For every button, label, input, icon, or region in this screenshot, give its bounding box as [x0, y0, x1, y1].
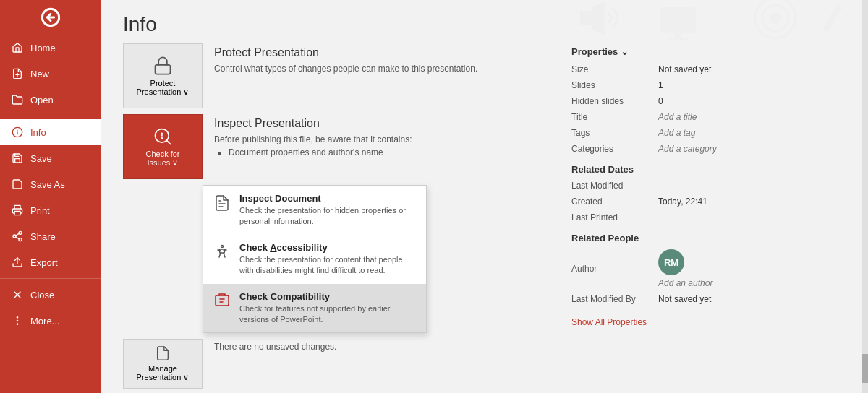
- author-info: RM Add an author: [658, 249, 712, 288]
- accessibility-icon: [213, 243, 231, 261]
- prop-size-value: Not saved yet: [658, 64, 846, 74]
- sidebar-item-home[interactable]: Home: [0, 35, 101, 61]
- svg-rect-27: [156, 64, 171, 74]
- inspect-doc-desc: Check the presentation for hidden proper…: [239, 205, 416, 228]
- protect-card: Protect Presentation ∨ Protect Presentat…: [123, 43, 550, 108]
- export-icon: [12, 256, 23, 268]
- protect-button-label: Protect Presentation ∨: [137, 79, 190, 97]
- scrollbar-thumb[interactable]: [862, 354, 868, 383]
- prop-created-value: Today, 22:41: [658, 196, 846, 207]
- svg-rect-37: [216, 295, 229, 306]
- prop-last-modified-by-label: Last Modified By: [571, 294, 658, 304]
- prop-categories: Categories Add a category: [571, 144, 846, 154]
- sidebar-item-print-label: Print: [30, 205, 50, 216]
- sidebar-item-export-label: Export: [30, 257, 58, 268]
- file-new-icon: [12, 68, 23, 79]
- prop-last-printed-label: Last Printed: [571, 212, 658, 223]
- page-title: Info: [101, 0, 868, 43]
- svg-rect-7: [14, 211, 20, 215]
- svg-point-18: [17, 324, 17, 324]
- prop-created-label: Created: [571, 196, 658, 207]
- manage-presentation-button[interactable]: Manage Presentation ∨: [123, 339, 203, 389]
- prop-size-label: Size: [571, 64, 658, 74]
- main-content: Info Protect Presentation ∨ Protect Pres…: [101, 0, 868, 393]
- share-icon: [12, 230, 23, 242]
- accessibility-title: Check Accessibility: [239, 242, 416, 253]
- sidebar-item-open-label: Open: [30, 95, 54, 105]
- folder-open-icon: [12, 94, 23, 105]
- sidebar-item-save-label: Save: [30, 153, 52, 164]
- manage-card: Manage Presentation ∨ There are no unsav…: [123, 339, 550, 389]
- sidebar-item-share-label: Share: [30, 231, 56, 242]
- check-issues-dropdown: Inspect Document Check the presentation …: [203, 185, 427, 333]
- prop-author-label: Author: [571, 264, 658, 274]
- svg-point-31: [161, 137, 162, 138]
- prop-last-modified: Last Modified: [571, 181, 846, 191]
- prop-size: Size Not saved yet: [571, 64, 846, 74]
- prop-last-modified-by-value: Not saved yet: [658, 294, 846, 304]
- inspect-document-item[interactable]: Inspect Document Check the presentation …: [203, 186, 426, 235]
- sidebar-item-share[interactable]: Share: [0, 223, 101, 249]
- related-dates-title: Related Dates: [571, 164, 846, 175]
- inspect-card-title: Inspect Presentation: [214, 117, 412, 130]
- check-accessibility-item[interactable]: Check Accessibility Check the presentati…: [203, 235, 426, 284]
- prop-author-row: Author RM Add an author: [571, 249, 846, 288]
- lock-icon: [153, 56, 173, 76]
- sidebar-item-print[interactable]: Print: [0, 197, 101, 223]
- related-dates-fields: Last Modified Created Today, 22:41 Last …: [571, 181, 846, 223]
- check-for-issues-button[interactable]: Check for Issues ∨: [123, 114, 203, 179]
- prop-last-printed-value: [658, 212, 846, 223]
- sidebar-item-save-as-label: Save As: [30, 179, 65, 190]
- print-icon: [12, 204, 23, 216]
- sidebar-item-close[interactable]: Close: [0, 282, 101, 308]
- prop-title-label: Title: [571, 112, 658, 122]
- compatibility-title: Check Compatibility: [239, 291, 416, 302]
- back-button[interactable]: [0, 0, 101, 35]
- sidebar-item-export[interactable]: Export: [0, 249, 101, 275]
- protect-presentation-button[interactable]: Protect Presentation ∨: [123, 43, 203, 108]
- prop-tags-value[interactable]: Add a tag: [658, 128, 846, 138]
- prop-title-value[interactable]: Add a title: [658, 112, 846, 122]
- sidebar-item-info[interactable]: Info: [0, 119, 101, 145]
- manage-card-desc: There are no unsaved changes.: [214, 342, 336, 352]
- inspect-card-desc: Before publishing this file, be aware th…: [214, 134, 412, 144]
- sidebar-item-save-as[interactable]: Save As: [0, 171, 101, 197]
- sidebar-item-more[interactable]: More...: [0, 308, 101, 334]
- svg-line-12: [16, 233, 20, 236]
- compatibility-icon: [213, 293, 231, 310]
- manage-icon: [155, 345, 171, 361]
- sidebar-item-new[interactable]: New: [0, 61, 101, 87]
- sidebar-item-save[interactable]: Save: [0, 145, 101, 171]
- prop-categories-value[interactable]: Add a category: [658, 144, 846, 154]
- prop-slides-value: 1: [658, 80, 846, 90]
- inspect-card-content: Inspect Presentation Before publishing t…: [214, 114, 412, 157]
- prop-slides: Slides 1: [571, 80, 846, 90]
- inspect-icon: [153, 126, 173, 147]
- sidebar-item-new-label: New: [30, 69, 49, 79]
- properties-title: Properties ⌄: [571, 46, 629, 57]
- properties-header[interactable]: Properties ⌄: [571, 46, 846, 57]
- home-icon: [12, 42, 23, 53]
- prop-hidden-slides-label: Hidden slides: [571, 96, 658, 106]
- sidebar-item-info-label: Info: [30, 127, 46, 138]
- prop-last-modified-by: Last Modified By Not saved yet: [571, 294, 846, 304]
- add-author-link[interactable]: Add an author: [658, 278, 712, 288]
- prop-last-modified-label: Last Modified: [571, 181, 658, 191]
- sidebar-item-open[interactable]: Open: [0, 87, 101, 113]
- right-panel: Properties ⌄ Size Not saved yet Slides 1…: [571, 43, 846, 389]
- inspect-doc-title: Inspect Document: [239, 193, 416, 204]
- save-as-icon: [12, 178, 23, 190]
- inspect-doc-icon: [213, 194, 231, 212]
- check-compatibility-item[interactable]: Check Compatibility Check for features n…: [203, 284, 426, 333]
- check-issues-button-label: Check for Issues ∨: [145, 150, 179, 168]
- prop-tags-label: Tags: [571, 128, 658, 138]
- content-body: Protect Presentation ∨ Protect Presentat…: [101, 43, 868, 389]
- show-all-properties-link[interactable]: Show All Properties: [571, 317, 647, 327]
- scrollbar-track: [862, 0, 868, 393]
- svg-point-17: [17, 320, 17, 321]
- sidebar-item-more-label: More...: [30, 316, 59, 327]
- properties-fields: Size Not saved yet Slides 1 Hidden slide…: [571, 64, 846, 154]
- svg-point-34: [221, 245, 224, 247]
- accessibility-text: Check Accessibility Check the presentati…: [239, 242, 416, 277]
- sidebar-item-home-label: Home: [30, 43, 56, 53]
